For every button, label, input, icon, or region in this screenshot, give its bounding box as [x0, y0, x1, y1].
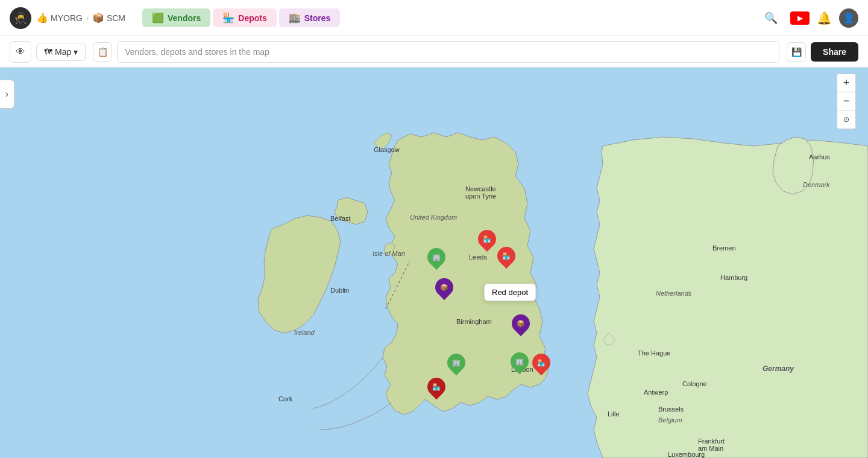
org-avatar[interactable]: 🥷: [10, 7, 31, 29]
nav-tabs: 🟩 Vendors 🏪 Depots 🏬 Stores: [142, 8, 340, 27]
share-label: Share: [823, 47, 846, 57]
tab-depots-label: Depots: [238, 13, 266, 23]
description-text: Vendors, depots and stores in the map: [125, 47, 269, 57]
breadcrumb-chevron: ›: [86, 14, 89, 22]
header-left: 🥷 👍 MYORG › 📦 SCM: [10, 7, 125, 29]
org-item-scm[interactable]: 📦 SCM: [92, 12, 125, 24]
zoom-in-button[interactable]: +: [837, 74, 855, 92]
save-description-icon[interactable]: 💾: [787, 42, 806, 62]
pin-store-leeds1[interactable]: 🏪: [478, 230, 496, 252]
zoom-controls: + − ⊙: [837, 74, 856, 129]
pin-vendor-london[interactable]: 🏢: [511, 352, 529, 374]
stores-icon: 🏬: [289, 12, 301, 24]
description-icon[interactable]: 📋: [93, 42, 112, 62]
tab-stores-label: Stores: [304, 13, 331, 23]
breadcrumb: 👍 MYORG › 📦 SCM: [36, 12, 125, 24]
zoom-reset-button[interactable]: ⊙: [837, 110, 855, 129]
pin-depot-birmingham[interactable]: 📦: [512, 314, 530, 336]
sidebar-toggle[interactable]: ›: [0, 80, 14, 109]
notifications-icon[interactable]: 🔔: [817, 11, 832, 25]
map-icon: 🗺: [44, 47, 52, 57]
thumb-icon: 👍: [36, 12, 48, 24]
tab-vendors-label: Vendors: [168, 13, 201, 23]
description-input[interactable]: Vendors, depots and stores in the map: [117, 41, 779, 63]
scm-icon: 📦: [92, 12, 104, 24]
pin-store-leeds2[interactable]: 🏪: [497, 247, 515, 269]
visibility-toggle[interactable]: 👁: [10, 41, 31, 63]
scm-label: SCM: [107, 13, 125, 23]
tab-depots[interactable]: 🏪 Depots: [213, 8, 276, 27]
youtube-icon[interactable]: ▶: [790, 11, 810, 25]
pin-depot-manchester[interactable]: 📦: [435, 278, 453, 300]
pin-store-london[interactable]: 🏪: [532, 354, 550, 375]
map-view-button[interactable]: 🗺 Map ▾: [36, 43, 86, 61]
search-button[interactable]: 🔍: [759, 7, 783, 29]
share-button[interactable]: Share: [811, 42, 858, 62]
map-label: Map: [55, 47, 71, 57]
user-avatar[interactable]: 👤: [839, 8, 858, 28]
vendors-icon: 🟩: [152, 12, 164, 24]
pin-vendor-south[interactable]: 🏢: [447, 354, 465, 375]
tab-vendors[interactable]: 🟩 Vendors: [142, 8, 210, 27]
zoom-out-button[interactable]: −: [837, 92, 855, 110]
toolbar: 👁 🗺 Map ▾ 📋 Vendors, depots and stores i…: [0, 36, 868, 68]
pin-vendor-manchester[interactable]: 🏢: [427, 248, 445, 270]
org-item-myorg[interactable]: 👍 MYORG: [36, 12, 83, 24]
map-container[interactable]: › + − ⊙ 🏢 📦 🏪: [0, 68, 868, 458]
pin-store-south[interactable]: 🏪: [427, 378, 445, 399]
tab-stores[interactable]: 🏬 Stores: [279, 8, 341, 27]
org-label: MYORG: [51, 13, 83, 23]
depots-icon: 🏪: [222, 12, 234, 24]
header: 🥷 👍 MYORG › 📦 SCM 🟩 Vendors 🏪 Depots 🏬 S…: [0, 0, 868, 36]
map-dropdown-icon: ▾: [74, 47, 78, 57]
header-right: 🔍 ▶ 🔔 👤: [759, 7, 858, 29]
